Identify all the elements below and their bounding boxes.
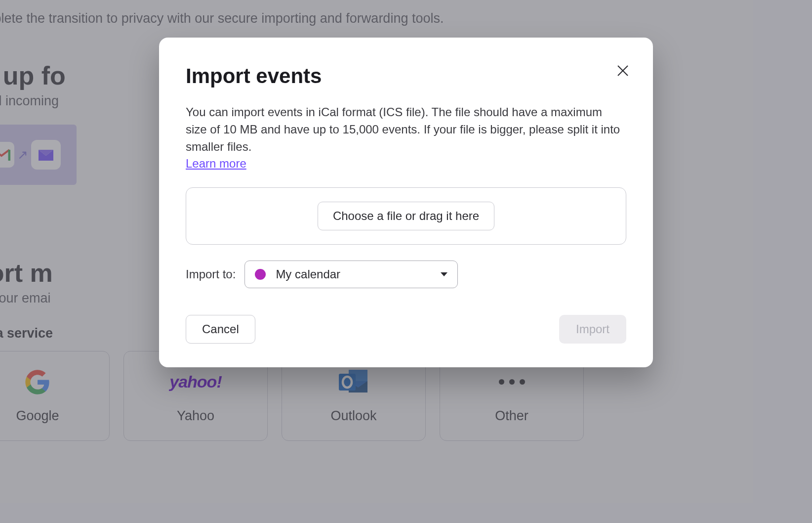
choose-file-button[interactable]: Choose a file or drag it here [318,202,494,230]
chevron-down-icon [441,272,447,276]
modal-overlay: Import events You can import events in i… [0,0,812,523]
calendar-select-value: My calendar [276,267,340,281]
calendar-color-dot [255,269,266,280]
cancel-button[interactable]: Cancel [186,315,255,344]
import-events-modal: Import events You can import events in i… [159,38,653,367]
learn-more-link[interactable]: Learn more [186,155,246,173]
file-dropzone[interactable]: Choose a file or drag it here [186,187,626,245]
close-button[interactable] [614,62,631,81]
close-icon [616,64,629,77]
calendar-select[interactable]: My calendar [244,261,458,288]
modal-title: Import events [186,64,322,88]
import-button[interactable]: Import [559,315,626,344]
import-to-label: Import to: [186,267,236,281]
modal-description: You can import events in iCal format (IC… [186,104,626,173]
